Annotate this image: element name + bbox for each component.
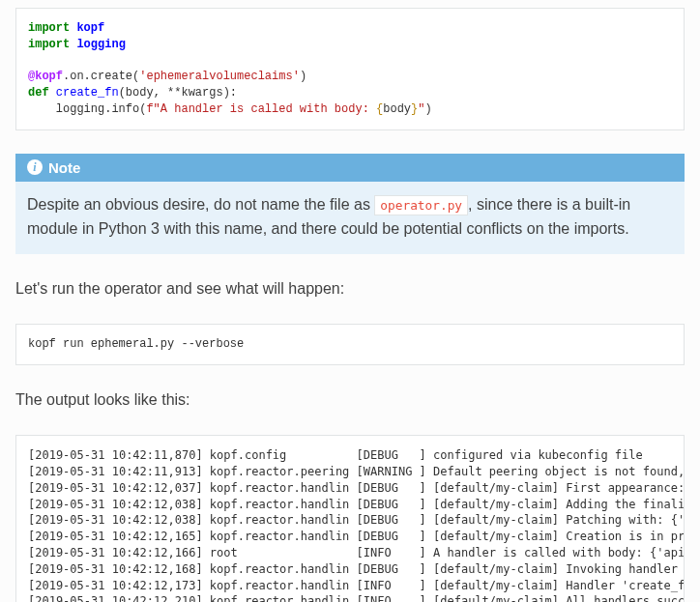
fn-sig: (body, **kwargs): xyxy=(119,86,237,100)
note-text-before: Despite an obvious desire, do not name t… xyxy=(27,196,374,213)
fstring: f"A handler is called with body: xyxy=(146,102,376,116)
shell-code-block: kopf run ephemeral.py --verbose xyxy=(15,324,685,365)
python-code-block: import kopf import logging @kopf.on.crea… xyxy=(15,8,685,130)
shell-command: kopf run ephemeral.py --verbose xyxy=(28,337,244,351)
info-icon: i xyxy=(27,159,43,175)
mod-logging: logging xyxy=(76,38,125,51)
kw-import: import xyxy=(28,38,70,51)
log-output-block: [2019-05-31 10:42:11,870] kopf.config [D… xyxy=(15,435,685,602)
kw-def: def xyxy=(28,86,49,100)
note-title: Note xyxy=(48,159,80,176)
decorator-close: ) xyxy=(300,70,306,83)
paragraph-output: The output looks like this: xyxy=(15,388,685,412)
paragraph-run: Let's run the operator and see what will… xyxy=(15,277,685,301)
note-admonition: i Note Despite an obvious desire, do not… xyxy=(15,154,685,255)
interp-var: body xyxy=(383,102,411,116)
decorator-tail: .on.create( xyxy=(63,70,139,83)
kw-import: import xyxy=(28,21,70,35)
mod-kopf: kopf xyxy=(76,21,104,35)
note-body: Despite an obvious desire, do not name t… xyxy=(15,182,685,255)
decorator-arg: 'ephemeralvolumeclaims' xyxy=(139,70,300,83)
note-title-bar: i Note xyxy=(15,154,685,182)
log-call: logging.info( xyxy=(28,102,146,116)
fn-name: create_fn xyxy=(56,86,119,100)
decorator-at: @kopf xyxy=(28,70,63,83)
inline-code-filename: operator.py xyxy=(374,195,468,215)
call-close: ) xyxy=(424,102,431,116)
